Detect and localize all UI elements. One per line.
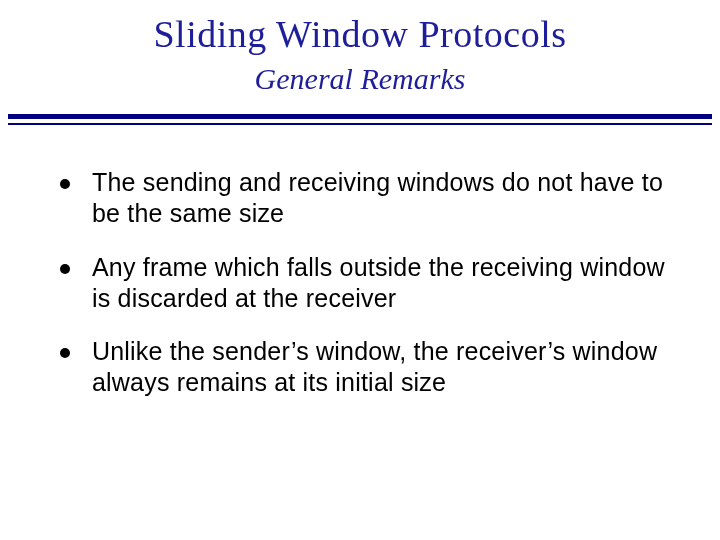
list-item: Unlike the sender’s window, the receiver…: [60, 336, 672, 399]
bullet-text: Unlike the sender’s window, the receiver…: [92, 336, 672, 399]
list-item: Any frame which falls outside the receiv…: [60, 252, 672, 315]
bullet-text: Any frame which falls outside the receiv…: [92, 252, 672, 315]
divider-thin-line: [8, 123, 712, 125]
slide: Sliding Window Protocols General Remarks…: [0, 12, 720, 540]
title-divider: [8, 114, 712, 125]
slide-subtitle: General Remarks: [0, 62, 720, 96]
bullet-list: The sending and receiving windows do not…: [60, 167, 672, 399]
bullet-icon: [60, 348, 70, 358]
list-item: The sending and receiving windows do not…: [60, 167, 672, 230]
bullet-icon: [60, 264, 70, 274]
bullet-text: The sending and receiving windows do not…: [92, 167, 672, 230]
bullet-icon: [60, 179, 70, 189]
slide-title: Sliding Window Protocols: [0, 12, 720, 56]
